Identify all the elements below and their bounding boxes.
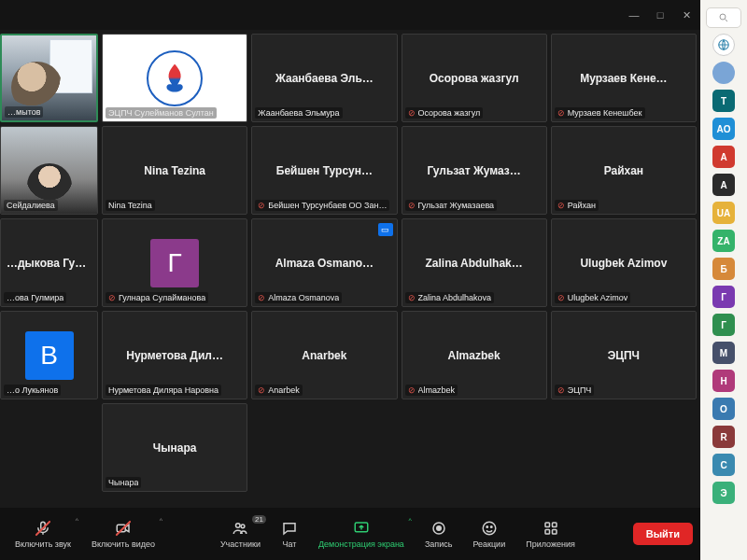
contact-avatar[interactable]: Т bbox=[712, 90, 735, 112]
audio-button[interactable]: Включить звук ^ bbox=[7, 515, 78, 553]
contact-avatar[interactable]: С bbox=[712, 454, 735, 476]
participant-tile[interactable]: Zalina Abdulhak…⊘Zalina Abdulhakova bbox=[402, 218, 547, 307]
meeting-toolbar: Включить звук ^ Включить видео ^ 21 Учас… bbox=[0, 508, 700, 560]
participant-caption-name: ЭЦПЧ bbox=[568, 385, 592, 395]
participant-tile[interactable]: Осорова жазгул⊘Осорова жазгул bbox=[402, 34, 547, 122]
contact-avatar[interactable]: Г bbox=[712, 314, 735, 336]
participant-display-name: Anarbek bbox=[296, 349, 352, 362]
muted-icon: ⊘ bbox=[408, 202, 416, 210]
minimize-button[interactable]: — bbox=[626, 8, 642, 21]
participant-caption-name: …о Лукьянов bbox=[7, 385, 58, 395]
contact-avatar[interactable]: Н bbox=[712, 370, 735, 392]
participant-tile[interactable]: Сейдалиева bbox=[0, 126, 98, 215]
contact-avatar[interactable]: А bbox=[712, 146, 735, 168]
muted-icon: ⊘ bbox=[557, 202, 565, 210]
participant-tile[interactable]: Almaza Osmano…▭⊘Almaza Osmanova bbox=[251, 218, 397, 307]
caret-up-icon[interactable]: ^ bbox=[160, 517, 162, 524]
participant-caption: ⊘Anarbek bbox=[255, 385, 303, 396]
caret-up-icon[interactable]: ^ bbox=[76, 517, 78, 524]
leave-button[interactable]: Выйти bbox=[633, 523, 693, 545]
participant-tile[interactable]: Almazbek⊘Almazbek bbox=[402, 311, 547, 399]
chat-icon bbox=[281, 519, 298, 538]
participant-tile[interactable]: ЭЦПЧ Сулейманов Султан bbox=[102, 34, 247, 122]
close-button[interactable]: ✕ bbox=[678, 8, 695, 21]
pin-icon[interactable]: ▭ bbox=[378, 223, 393, 236]
participant-display-name: Нурметова Дил… bbox=[120, 349, 229, 362]
globe-icon bbox=[717, 38, 730, 51]
sidebar-search[interactable] bbox=[706, 7, 741, 28]
participant-display-name: ЭЦПЧ bbox=[602, 349, 645, 362]
contacts-sidebar: ТАОААUAZAБГГМНОRСЭ bbox=[700, 0, 747, 560]
participant-tile[interactable]: Бейшен Турсун…⊘Бейшен Турсунбаев ОО Зан… bbox=[251, 126, 397, 215]
zoom-window: — □ ✕ …мытовЭЦПЧ Сулейманов СултанЖаанба… bbox=[0, 0, 700, 560]
participant-caption-name: Zalina Abdulhakova bbox=[418, 293, 492, 302]
contact-avatar[interactable]: UA bbox=[712, 202, 735, 224]
participant-caption: Нурметова Диляра Наровна bbox=[106, 385, 221, 396]
reactions-button[interactable]: Реакции bbox=[465, 515, 513, 553]
participant-caption-name: Almazbek bbox=[418, 385, 456, 395]
participant-tile[interactable]: Nina TezinaNina Tezina bbox=[102, 126, 247, 215]
chat-label: Чат bbox=[282, 539, 296, 549]
participant-tile[interactable]: ЭЦПЧ⊘ЭЦПЧ bbox=[551, 311, 697, 399]
participant-caption: ⊘Almazbek bbox=[405, 385, 458, 396]
share-screen-button[interactable]: Демонстрация экрана ^ bbox=[311, 515, 412, 553]
participant-caption: …ова Гулмира bbox=[4, 292, 66, 303]
participant-caption-name: Чынара bbox=[108, 478, 138, 487]
participant-tile[interactable]: ЧынараЧынара bbox=[102, 403, 247, 492]
muted-icon: ⊘ bbox=[408, 294, 416, 302]
reactions-icon bbox=[481, 519, 498, 538]
participant-tile[interactable]: Гульзат Жумаз…⊘Гульзат Жумазаева bbox=[402, 126, 547, 215]
caret-up-icon[interactable]: ^ bbox=[409, 517, 412, 524]
contact-avatar[interactable] bbox=[712, 34, 735, 56]
participant-tile[interactable]: Anarbek⊘Anarbek bbox=[251, 311, 397, 399]
participant-caption-name: Almaza Osmanova bbox=[268, 293, 339, 302]
svg-point-7 bbox=[483, 522, 496, 535]
muted-icon: ⊘ bbox=[258, 386, 265, 395]
video-button[interactable]: Включить видео ^ bbox=[84, 515, 162, 553]
participant-caption: ⊘Гулнара Сулайманова bbox=[106, 292, 208, 303]
participant-caption: ⊘Райхан bbox=[555, 200, 599, 211]
muted-icon: ⊘ bbox=[258, 294, 265, 302]
share-screen-icon bbox=[353, 519, 370, 538]
reactions-label: Реакции bbox=[472, 539, 505, 549]
contact-avatar[interactable]: АО bbox=[712, 118, 735, 140]
contact-avatar[interactable]: Э bbox=[712, 482, 735, 504]
contact-avatar[interactable]: А bbox=[712, 174, 735, 196]
contact-avatar[interactable]: ZA bbox=[712, 230, 735, 252]
participants-count: 21 bbox=[252, 515, 266, 524]
record-label: Запись bbox=[425, 539, 453, 549]
participant-caption-name: …мытов bbox=[7, 107, 40, 117]
participant-caption-name: Райхан bbox=[568, 201, 596, 210]
contact-avatar[interactable]: R bbox=[712, 426, 735, 448]
participant-caption-name: Nina Tezina bbox=[108, 201, 152, 210]
participant-tile[interactable]: Нурметова Дил…Нурметова Диляра Наровна bbox=[102, 311, 247, 399]
muted-icon: ⊘ bbox=[557, 294, 565, 302]
apps-button[interactable]: Приложения bbox=[518, 515, 583, 553]
contact-avatar[interactable] bbox=[712, 62, 735, 84]
contact-avatar[interactable]: М bbox=[712, 342, 735, 364]
participant-tile[interactable]: …мытов bbox=[0, 34, 98, 122]
participant-tile[interactable]: Мурзаев Кене…⊘Мурзаев Кенешбек bbox=[551, 34, 697, 122]
contact-avatar[interactable]: О bbox=[712, 398, 735, 420]
participant-caption: Сейдалиева bbox=[4, 200, 58, 211]
participants-button[interactable]: 21 Участники bbox=[213, 515, 268, 553]
participant-tile[interactable]: Г⊘Гулнара Сулайманова bbox=[102, 218, 247, 307]
muted-icon: ⊘ bbox=[408, 109, 416, 118]
participant-tile[interactable]: Жаанбаева Эль…Жаанбаева Эльмура bbox=[251, 34, 397, 122]
participant-caption: ⊘ЭЦПЧ bbox=[555, 385, 595, 396]
record-button[interactable]: Запись bbox=[417, 515, 460, 553]
chat-button[interactable]: Чат bbox=[274, 515, 305, 553]
contact-avatar[interactable]: Б bbox=[712, 258, 735, 280]
contact-avatar[interactable]: Г bbox=[712, 286, 735, 308]
participant-caption: ⊘Осорова жазгул bbox=[405, 107, 484, 119]
participant-display-name: Чынара bbox=[148, 441, 203, 455]
participant-tile[interactable]: В…о Лукьянов bbox=[0, 311, 98, 399]
participant-tile[interactable]: Ulugbek Azimov⊘Ulugbek Azimov bbox=[551, 218, 697, 307]
participant-tile[interactable]: Райхан⊘Райхан bbox=[551, 126, 697, 215]
participant-display-name: Бейшен Турсун… bbox=[271, 164, 378, 177]
maximize-button[interactable]: □ bbox=[652, 8, 669, 21]
participant-tile[interactable]: …дыкова Гул……ова Гулмира bbox=[0, 218, 98, 307]
svg-point-9 bbox=[490, 526, 492, 528]
svg-point-8 bbox=[486, 526, 488, 528]
apps-label: Приложения bbox=[526, 539, 575, 549]
